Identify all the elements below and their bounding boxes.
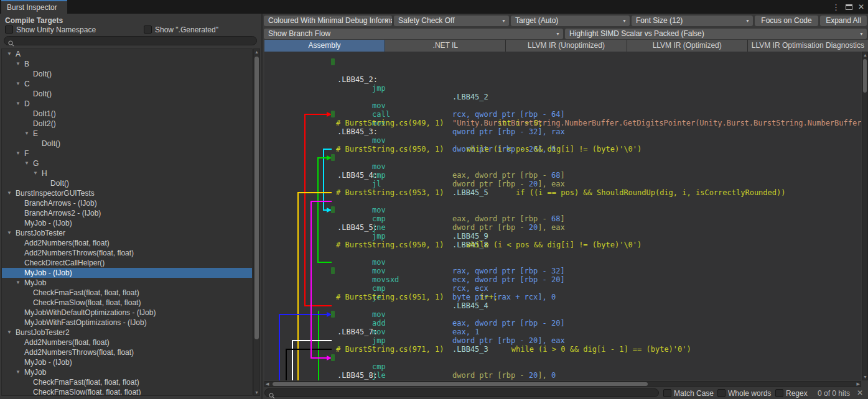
scroll-down-icon[interactable]: ▼ xyxy=(862,375,868,379)
targets-search-input[interactable] xyxy=(4,36,257,45)
foldout-triangle-icon[interactable]: ▼ xyxy=(16,367,24,377)
tree-row[interactable]: ▼MyJob - (IJob) xyxy=(2,218,252,228)
foldout-triangle-icon[interactable]: ▼ xyxy=(24,129,33,139)
tree-row[interactable]: ▼DoIt() xyxy=(2,89,252,99)
menu-kebab-icon[interactable]: ⋮ xyxy=(832,3,840,11)
foldout-triangle-icon[interactable]: ▼ xyxy=(24,158,33,168)
tree-row[interactable]: ▼DoIt1() xyxy=(2,109,252,119)
tree-row[interactable]: ▼Add2Numbers(float, float) xyxy=(2,337,252,347)
tree-row[interactable]: ▼H xyxy=(2,168,252,178)
tree-row[interactable]: ▼DoIt() xyxy=(2,139,252,149)
debug-info-dropdown[interactable]: Coloured With Minimal Debug Information xyxy=(264,16,392,26)
tree-row[interactable]: ▼C xyxy=(2,79,252,89)
tree-row[interactable]: ▼G xyxy=(2,158,252,168)
tree-row[interactable]: ▼Add2Numbers(float, float) xyxy=(2,238,252,248)
scroll-up-icon[interactable]: ▲ xyxy=(862,53,868,57)
scroll-up-icon[interactable]: ▲ xyxy=(254,50,259,54)
regex-checkbox[interactable] xyxy=(775,389,783,397)
view-tab[interactable]: LLVM IR (Unoptimized) xyxy=(506,40,627,52)
tree-row[interactable]: ▼DoIt() xyxy=(2,178,252,188)
focus-on-code-button[interactable]: Focus on Code xyxy=(755,16,818,26)
tree-row[interactable]: ▼CheckDirectCallHelper() xyxy=(2,258,252,268)
foldout-triangle-icon[interactable]: ▼ xyxy=(16,59,24,69)
foldout-triangle-icon[interactable]: ▼ xyxy=(16,79,24,89)
tree-row[interactable]: ▼MyJob xyxy=(2,367,252,377)
foldout-triangle-icon[interactable]: ▼ xyxy=(16,149,24,158)
tree-row[interactable]: ▼BurstInspectorGUITests xyxy=(2,188,252,198)
code-search-input[interactable] xyxy=(264,388,659,397)
show-generated-checkbox[interactable] xyxy=(144,25,152,34)
compile-targets-panel: Compile Targets Show Unity Namespace Sho… xyxy=(0,14,261,399)
tab-burst-inspector[interactable]: Burst Inspector xyxy=(1,0,67,14)
close-icon[interactable]: ✕ xyxy=(858,2,864,11)
scroll-down-icon[interactable]: ▼ xyxy=(254,390,259,395)
code-line: mov eax, dword ptr [rbp - 68] xyxy=(264,127,861,136)
code-vertical-scrollbar[interactable]: ▲ ▼ xyxy=(862,52,868,380)
tree-row[interactable]: ▼BranchArrows2 - (IJob) xyxy=(2,208,252,218)
tree-row[interactable]: ▼BurstJobTester xyxy=(2,228,252,238)
safety-check-dropdown[interactable]: Safety Check Off xyxy=(394,16,509,26)
tree-row[interactable]: ▼E xyxy=(2,129,252,139)
font-size-dropdown[interactable]: Font Size (12) xyxy=(632,16,753,26)
tree-row-label: CheckFmaSlow(float, float, float) xyxy=(33,298,141,307)
view-tab[interactable]: LLVM IR (Optimized) xyxy=(627,40,748,52)
assembly-code-view[interactable]: jmp .LBB45_2 .LBB45_2: mov rcx, qword pt… xyxy=(264,52,861,380)
block-marker-icon xyxy=(331,154,335,161)
panel-splitter[interactable] xyxy=(261,14,263,399)
maximize-icon[interactable] xyxy=(846,4,852,10)
tree-row[interactable]: ▼CheckFmaFast(float, float, float) xyxy=(2,288,252,298)
tree-row[interactable]: ▼BurstJobTester2 xyxy=(2,328,252,337)
tree-row[interactable]: ▼MyJobWithFastOptimizations - (IJob) xyxy=(2,318,252,328)
code-line: # BurstString.cs(949, 1) int i = 0; xyxy=(264,93,861,101)
tree-row[interactable]: ▼D xyxy=(2,99,252,109)
view-tab[interactable]: LLVM IR Optimisation Diagnostics xyxy=(748,40,868,52)
tree-row[interactable]: ▼MyJob - (IJob) xyxy=(2,268,252,278)
target-dropdown-value: Target (Auto) xyxy=(515,16,558,25)
tree-scrollbar-thumb[interactable] xyxy=(254,57,259,339)
branch-flow-dropdown[interactable]: Show Branch Flow xyxy=(264,29,563,39)
tree-row[interactable]: ▼Add2NumbersThrows(float, float) xyxy=(2,248,252,258)
code-horizontal-scrollbar[interactable]: ◀ ▶ xyxy=(264,381,861,387)
tree-row[interactable]: ▼BranchArrows - (IJob) xyxy=(2,198,252,208)
tree-row-label: Add2Numbers(float, float) xyxy=(24,338,110,347)
view-tab[interactable]: Assembly xyxy=(264,40,385,52)
match-case-checkbox[interactable] xyxy=(663,389,671,397)
foldout-triangle-icon[interactable]: ▼ xyxy=(16,99,24,109)
show-unity-namespace-checkbox[interactable] xyxy=(5,25,13,34)
foldout-triangle-icon[interactable]: ▼ xyxy=(7,188,16,198)
scroll-right-icon[interactable]: ▶ xyxy=(857,382,860,387)
tree-row[interactable]: ▼DoIt2() xyxy=(2,119,252,129)
tree-row[interactable]: ▼MyJobWithDefaultOptimizations - (IJob) xyxy=(2,308,252,318)
tree-row[interactable]: ▼CheckFmaSlow(float, float, float) xyxy=(2,298,252,308)
tree-row[interactable]: ▼F xyxy=(2,149,252,158)
foldout-triangle-icon[interactable]: ▼ xyxy=(16,278,24,288)
foldout-triangle-icon[interactable]: ▼ xyxy=(7,328,16,337)
foldout-triangle-icon[interactable]: ▼ xyxy=(33,168,42,178)
code-line: mov dword ptr [rbp - 20], 0 xyxy=(264,101,861,110)
tree-row-label: DoIt() xyxy=(33,89,52,98)
tree-row[interactable]: ▼MyJob - (IJob) xyxy=(2,357,252,367)
foldout-triangle-icon[interactable]: ▼ xyxy=(7,49,16,59)
tree-row[interactable]: ▼DoIt() xyxy=(2,69,252,79)
scroll-left-icon[interactable]: ◀ xyxy=(266,382,269,387)
expand-all-button[interactable]: Expand All xyxy=(820,16,867,26)
tree-row-label: DoIt() xyxy=(33,70,52,78)
code-line: # BurstString.cs(971, 1) while (i > 0 &&… xyxy=(264,319,861,328)
tree-row[interactable]: ▼B xyxy=(2,59,252,69)
tree-row[interactable]: ▼A xyxy=(2,49,252,59)
tree-row[interactable]: ▼MyJob xyxy=(2,278,252,288)
tree-row[interactable]: ▼Add2NumbersThrows(float, float) xyxy=(2,347,252,357)
view-tab[interactable]: .NET IL xyxy=(385,40,506,52)
code-hscroll-thumb[interactable] xyxy=(273,382,648,386)
code-vscroll-thumb[interactable] xyxy=(863,59,867,93)
whole-words-checkbox[interactable] xyxy=(717,389,726,397)
target-dropdown[interactable]: Target (Auto) xyxy=(511,16,630,26)
tree-row[interactable]: ▼CheckFmaSlow(float, float, float) xyxy=(2,387,252,396)
simd-highlight-dropdown[interactable]: Highlight SIMD Scalar vs Packed (False) xyxy=(565,29,867,39)
tree-scrollbar[interactable]: ▲ ▼ xyxy=(253,48,260,396)
search-close-icon[interactable]: ✕ xyxy=(857,388,863,397)
search-hits-count: 0 of 0 hits xyxy=(818,389,850,398)
tree-row[interactable]: ▼CheckFmaFast(float, float, float) xyxy=(2,377,252,387)
view-tab-label: LLVM IR (Optimized) xyxy=(653,41,722,50)
foldout-triangle-icon[interactable]: ▼ xyxy=(7,228,16,238)
